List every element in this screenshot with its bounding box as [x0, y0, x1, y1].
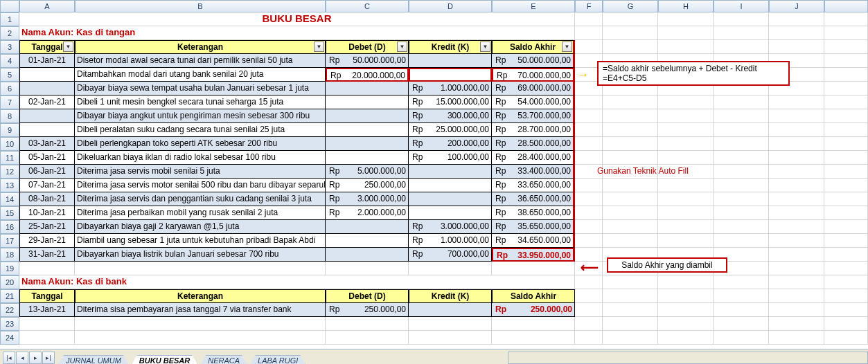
cell-empty-10-1[interactable] — [603, 137, 658, 151]
cell-empty-10-4[interactable] — [769, 137, 824, 151]
tab-nav-prev[interactable]: ◂ — [16, 352, 28, 364]
row-header-4[interactable]: 4 — [0, 54, 19, 68]
cell-ket-10[interactable]: Dibeli perlengkapan toko seperti ATK seb… — [75, 137, 326, 151]
cell-deb-8[interactable] — [326, 109, 409, 123]
cell-empty-19-2[interactable] — [326, 262, 409, 275]
cell-empty-11-1[interactable] — [603, 151, 658, 165]
cell-sal-15[interactable]: Rp38.650.000,00 — [492, 206, 575, 220]
cell-ket-18[interactable]: Dibayarkan biaya listrik bulan Januari s… — [75, 248, 326, 262]
cell-empty-14-0[interactable] — [575, 192, 603, 206]
row-header-8[interactable]: 8 — [0, 109, 19, 123]
cell-tgl-17[interactable]: 29-Jan-21 — [19, 234, 75, 248]
cell-ket-12[interactable]: Diterima jasa servis mobil senilai 5 jut… — [75, 165, 326, 179]
cell-empty-23-5[interactable] — [575, 317, 603, 331]
cell-empty-14-1[interactable] — [603, 192, 658, 206]
row-header-17[interactable]: 17 — [0, 234, 19, 248]
table1-header-kredit[interactable]: Kredit (K)▼ — [409, 40, 492, 54]
cell-empty-1-0[interactable] — [575, 12, 603, 26]
row-header-23[interactable]: 23 — [0, 317, 19, 331]
cell-deb-15[interactable]: Rp2.000.000,00 — [326, 206, 409, 220]
cell-kre-6[interactable]: Rp1.000.000,00 — [409, 82, 492, 95]
cell-sal-4[interactable]: Rp50.000.000,00 — [492, 54, 575, 68]
col-header-F[interactable]: F — [575, 0, 603, 12]
cell-empty-7-3[interactable] — [714, 95, 769, 109]
tab-nav-last[interactable]: ▸| — [42, 352, 55, 364]
cell-empty-24-10[interactable] — [824, 331, 868, 345]
cell-empty-9-1[interactable] — [603, 123, 658, 137]
table1-header-keterangan[interactable]: Keterangan▼ — [75, 40, 326, 54]
cell-ket-7[interactable]: Dibeli 1 unit mesin bengkel secara tunai… — [75, 95, 326, 109]
cell-tgl-12[interactable]: 06-Jan-21 — [19, 165, 75, 179]
row-header-22[interactable]: 22 — [0, 303, 19, 317]
cell-deb-12[interactable]: Rp5.000.000,00 — [326, 165, 409, 179]
row-header-20[interactable]: 20 — [0, 275, 19, 289]
cell-empty-21-1[interactable] — [603, 289, 658, 303]
cell-empty-16-5[interactable] — [824, 220, 868, 234]
cell-sal-6[interactable]: Rp69.000.000,00 — [492, 82, 575, 95]
cell-empty-18-4[interactable] — [769, 248, 824, 262]
row-header-14[interactable]: 14 — [0, 192, 19, 206]
cell-empty-1-1[interactable] — [603, 12, 658, 26]
cell-empty-3-3[interactable] — [714, 40, 769, 54]
cell-empty-14-5[interactable] — [824, 192, 868, 206]
cell-empty-21-5[interactable] — [824, 289, 868, 303]
table2-header-debet[interactable]: Debet (D) — [326, 289, 409, 303]
cell-empty-8-0[interactable] — [575, 109, 603, 123]
cell-sal-8[interactable]: Rp53.700.000,00 — [492, 109, 575, 123]
cell-tgl-13[interactable]: 07-Jan-21 — [19, 179, 75, 192]
cell-empty-24-4[interactable] — [492, 331, 575, 345]
cell-deb-17[interactable] — [326, 234, 409, 248]
cell-empty-13-2[interactable] — [658, 179, 714, 192]
cell-kre-12[interactable] — [409, 165, 492, 179]
cell-empty-19-0[interactable] — [19, 262, 75, 275]
row-header-11[interactable]: 11 — [0, 151, 19, 165]
cell-empty-20-1[interactable] — [603, 275, 658, 289]
cell-empty-22-0[interactable] — [575, 303, 603, 317]
col-header-I[interactable]: I — [714, 0, 769, 12]
cell-empty-22-2[interactable] — [658, 303, 714, 317]
cell-empty-18-0[interactable] — [575, 248, 603, 262]
cell-empty-23-6[interactable] — [603, 317, 658, 331]
filter-dropdown-icon[interactable]: ▼ — [480, 42, 490, 52]
cell-empty-17-1[interactable] — [603, 234, 658, 248]
cell-ket-5[interactable]: Ditambahkan modal dari utang bank senila… — [75, 68, 326, 82]
cell-deb-18[interactable] — [326, 248, 409, 262]
cell-deb-6[interactable] — [326, 82, 409, 95]
cell-empty-7-2[interactable] — [658, 95, 714, 109]
cell-tgl-9[interactable] — [19, 123, 75, 137]
cell-empty-22-5[interactable] — [824, 303, 868, 317]
cell-sal-13[interactable]: Rp33.650.000,00 — [492, 179, 575, 192]
row-header-19[interactable]: 19 — [0, 262, 19, 275]
cell-empty-2-1[interactable] — [603, 26, 658, 40]
cell-empty-1-5[interactable] — [824, 12, 868, 26]
tab-jurnal-umum[interactable]: JURNAL UMUM — [58, 355, 129, 364]
cell-deb-9[interactable] — [326, 123, 409, 137]
cell-empty-19-10[interactable] — [824, 262, 868, 275]
table1-header-debet[interactable]: Debet (D)▼ — [326, 40, 409, 54]
cell-empty-12-5[interactable] — [824, 165, 868, 179]
row-header-1[interactable]: 1 — [0, 12, 19, 26]
cell-sal-9[interactable]: Rp28.700.000,00 — [492, 123, 575, 137]
cell-empty-2-5[interactable] — [824, 26, 868, 40]
cell-empty-15-4[interactable] — [769, 206, 824, 220]
cell-tgl-10[interactable]: 03-Jan-21 — [19, 137, 75, 151]
cell-deb-4[interactable]: Rp50.000.000,00 — [326, 54, 409, 68]
cell-kre-11[interactable]: Rp100.000,00 — [409, 151, 492, 165]
cell-empty-5-5[interactable] — [824, 68, 868, 82]
cell-kre-8[interactable]: Rp300.000,00 — [409, 109, 492, 123]
cell-empty-21-0[interactable] — [575, 289, 603, 303]
cell-empty-18-5[interactable] — [824, 248, 868, 262]
table2-header-saldo[interactable]: Saldo Akhir — [492, 289, 575, 303]
cell-sal-7[interactable]: Rp54.000.000,00 — [492, 95, 575, 109]
cell-tgl-11[interactable]: 05-Jan-21 — [19, 151, 75, 165]
col-header-D[interactable]: D — [409, 0, 492, 12]
cell-empty-1-2[interactable] — [658, 12, 714, 26]
cell-empty-10-5[interactable] — [824, 137, 868, 151]
cell-empty-24-9[interactable] — [769, 331, 824, 345]
cell-empty-2-0[interactable] — [575, 26, 603, 40]
cell-kre-13[interactable] — [409, 179, 492, 192]
cell-empty-24-3[interactable] — [409, 331, 492, 345]
cell-kre-4[interactable] — [409, 54, 492, 68]
cell-empty-2-4[interactable] — [769, 26, 824, 40]
cell-empty-23-8[interactable] — [714, 317, 769, 331]
